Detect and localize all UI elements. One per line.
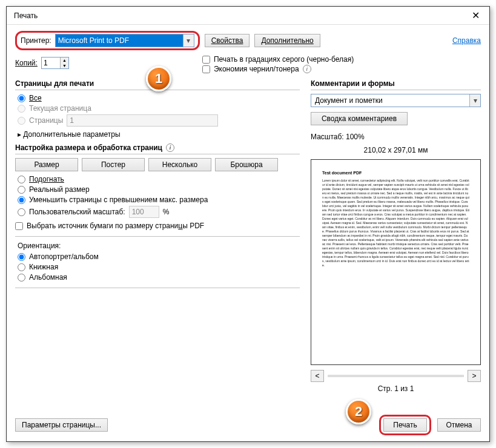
dims-info: 210,02 x 297,01 мм — [311, 146, 481, 154]
papersource-checkbox[interactable] — [15, 222, 23, 230]
multiple-button[interactable]: Несколько — [148, 158, 211, 171]
copies-label: Копий: — [15, 59, 38, 67]
cancel-button[interactable]: Отмена — [437, 418, 481, 432]
properties-button[interactable]: Свойства — [205, 34, 250, 47]
annotation-badge-2: 2 — [346, 399, 371, 424]
pages-current-radio — [18, 105, 25, 113]
scale-actual-radio[interactable] — [18, 186, 25, 194]
titlebar: Печать ✕ — [7, 7, 489, 25]
scale-fit-label: Подогнать — [29, 175, 64, 183]
orient-auto-radio[interactable] — [18, 253, 25, 261]
orient-portrait-label: Книжная — [29, 263, 58, 271]
preview-doc-text: Lorem ipsum dolor sit amet, consectetur … — [322, 179, 469, 268]
print-highlight: Печать — [379, 415, 431, 435]
page-setup-button[interactable]: Параметры страницы... — [15, 418, 108, 432]
annotation-badge-1: 1 — [146, 66, 171, 91]
orient-landscape-label: Альбомная — [29, 273, 67, 282]
comments-value: Документ и пометки — [315, 96, 383, 105]
pages-all-label: Все — [29, 94, 42, 102]
pages-all-radio[interactable] — [18, 94, 25, 102]
scale-shrink-label: Уменьшить страницы с превышением макс. р… — [29, 196, 208, 204]
chevron-down-icon: ▾ — [183, 35, 194, 47]
papersource-label: Выбрать источник бумаги по размеру стран… — [27, 222, 204, 230]
grayscale-checkbox[interactable] — [202, 56, 210, 64]
poster-button[interactable]: Постер — [82, 158, 145, 171]
prev-page-button[interactable]: < — [311, 370, 324, 382]
pages-range-radio — [18, 117, 25, 125]
printer-highlight: Принтер: Microsoft Print to PDF ▾ — [15, 31, 200, 50]
printer-select[interactable]: Microsoft Print to PDF ▾ — [55, 34, 194, 47]
orientation-title: Ориентация: — [18, 242, 300, 250]
scale-fit-radio[interactable] — [18, 176, 25, 183]
orient-portrait-radio[interactable] — [18, 263, 25, 271]
scale-info: Масштаб: 100% — [311, 133, 481, 141]
pages-range-input — [67, 114, 218, 127]
copies-spinner[interactable]: ▲▼ — [41, 57, 69, 69]
page-slider[interactable] — [328, 375, 464, 377]
spinner-up-icon[interactable]: ▲ — [61, 58, 68, 63]
comments-select[interactable]: Документ и пометки ▾ — [311, 94, 481, 107]
chevron-down-icon: ▾ — [469, 94, 480, 107]
next-page-button[interactable]: > — [468, 370, 481, 382]
print-dialog: 1 2 Печать ✕ Принтер: Microsoft Print to… — [6, 6, 490, 442]
printer-label: Принтер: — [21, 36, 51, 45]
print-button[interactable]: Печать — [383, 418, 427, 432]
preview-pane: Test document PDF Lorem ipsum dolor sit … — [311, 159, 481, 365]
info-icon[interactable]: i — [303, 65, 311, 73]
orient-landscape-radio[interactable] — [18, 274, 25, 282]
copies-input[interactable] — [42, 58, 60, 68]
spinner-down-icon[interactable]: ▼ — [61, 63, 68, 68]
saveink-checkbox[interactable] — [202, 65, 210, 73]
advanced-button[interactable]: Дополнительно — [254, 34, 320, 47]
pages-current-label: Текущая страница — [29, 104, 91, 113]
scale-custom-label: Пользовательский масштаб: — [29, 208, 125, 216]
pages-range-label: Страницы — [29, 116, 63, 125]
help-link[interactable]: Справка — [452, 36, 481, 45]
info-icon[interactable]: i — [166, 143, 174, 152]
window-title: Печать — [12, 12, 38, 20]
orient-auto-label: Автопортрет/альбом — [29, 252, 99, 261]
page-counter: Стр. 1 из 1 — [311, 384, 481, 393]
booklet-button[interactable]: Брошюра — [215, 158, 278, 171]
additional-params-toggle[interactable]: Дополнительные параметры — [18, 130, 300, 139]
summary-button[interactable]: Сводка комментариев — [311, 112, 408, 125]
pct-label: % — [163, 208, 170, 216]
sizing-section-title: Настройка размера и обработка страниц i — [15, 143, 300, 154]
scale-custom-radio[interactable] — [18, 208, 25, 216]
size-button[interactable]: Размер — [15, 158, 78, 171]
scale-custom-input — [129, 206, 159, 218]
scale-shrink-radio[interactable] — [18, 196, 25, 204]
preview-doc-title: Test document PDF — [322, 171, 469, 175]
printer-value: Microsoft Print to PDF — [58, 36, 129, 45]
grayscale-label: Печать в градациях серого (черно-белая) — [214, 55, 354, 64]
close-icon[interactable]: ✕ — [467, 10, 484, 21]
comments-section-title: Комментарии и формы — [311, 79, 481, 90]
scale-actual-label: Реальный размер — [29, 185, 90, 194]
saveink-label: Экономия чернил/тонера — [214, 65, 299, 73]
